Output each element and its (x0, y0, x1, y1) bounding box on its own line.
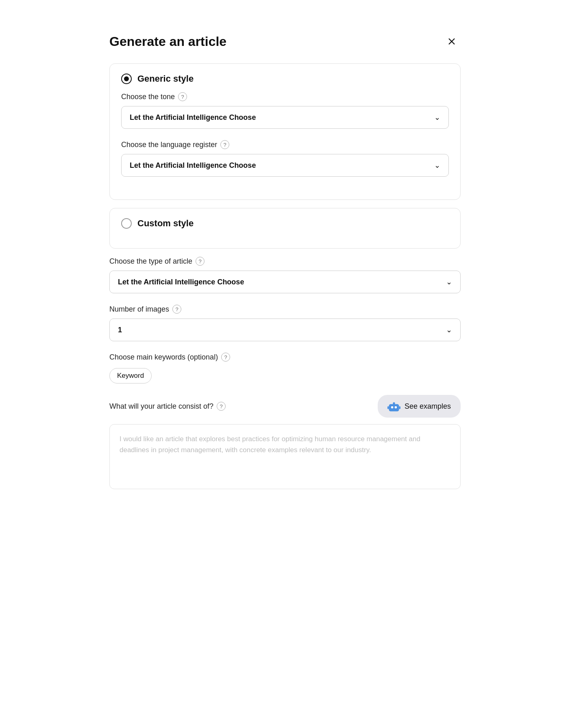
article-type-dropdown[interactable]: Let the Artificial Intelligence Choose ⌄ (109, 271, 461, 293)
article-consists-textarea[interactable] (109, 424, 461, 489)
language-register-chevron-icon: ⌄ (434, 161, 440, 170)
article-type-chevron-icon: ⌄ (446, 277, 452, 286)
generic-style-header: Generic style (121, 74, 449, 84)
article-type-dropdown-value: Let the Artificial Intelligence Choose (118, 278, 244, 286)
article-type-help-badge[interactable]: ? (196, 257, 205, 266)
tone-chevron-icon: ⌄ (434, 113, 440, 122)
number-of-images-section: Number of images ? 1 ⌄ (109, 305, 461, 341)
language-register-dropdown[interactable]: Let the Artificial Intelligence Choose ⌄ (121, 154, 449, 177)
article-consists-section: What will your article consist of? ? See… (109, 395, 461, 491)
article-consists-label: What will your article consist of? (109, 402, 213, 411)
svg-rect-4 (395, 406, 397, 408)
article-consists-help-badge[interactable]: ? (217, 402, 226, 411)
custom-style-card: Custom style (109, 208, 461, 249)
language-register-help-badge[interactable]: ? (220, 140, 229, 149)
robot-icon (387, 400, 400, 413)
modal-title: Generate an article (109, 34, 226, 49)
custom-style-label: Custom style (137, 218, 194, 229)
keyword-value: Keyword (117, 372, 144, 380)
article-consists-label-row: What will your article consist of? ? (109, 402, 226, 411)
see-examples-label: See examples (405, 402, 451, 411)
main-keywords-label-row: Choose main keywords (optional) ? (109, 353, 461, 362)
tone-label-row: Choose the tone ? (121, 92, 449, 101)
article-type-section: Choose the type of article ? Let the Art… (109, 257, 461, 293)
language-register-dropdown-value: Let the Artificial Intelligence Choose (130, 161, 256, 170)
custom-style-radio[interactable] (121, 218, 132, 229)
number-of-images-dropdown[interactable]: 1 ⌄ (109, 318, 461, 341)
number-of-images-dropdown-value: 1 (118, 326, 122, 334)
tone-help-badge[interactable]: ? (178, 92, 187, 101)
language-register-section: Choose the language register ? Let the A… (121, 140, 449, 177)
number-of-images-label: Number of images (109, 305, 169, 314)
language-register-label: Choose the language register (121, 141, 217, 149)
tone-section: Choose the tone ? Let the Artificial Int… (121, 92, 449, 129)
close-icon (446, 36, 457, 47)
number-of-images-help-badge[interactable]: ? (172, 305, 181, 314)
generate-article-modal: Generate an article Generic style Choose… (90, 16, 480, 522)
svg-rect-3 (391, 406, 393, 408)
language-register-label-row: Choose the language register ? (121, 140, 449, 149)
generic-style-radio[interactable] (121, 74, 132, 84)
svg-rect-8 (399, 406, 400, 409)
generic-style-card: Generic style Choose the tone ? Let the … (109, 63, 461, 200)
generic-style-radio-inner (124, 76, 129, 81)
tone-dropdown-value: Let the Artificial Intelligence Choose (130, 113, 256, 122)
see-examples-button[interactable]: See examples (378, 395, 461, 418)
main-keywords-help-badge[interactable]: ? (221, 353, 230, 362)
svg-rect-2 (389, 404, 399, 412)
modal-header: Generate an article (109, 32, 461, 50)
number-of-images-label-row: Number of images ? (109, 305, 461, 314)
number-of-images-chevron-icon: ⌄ (446, 325, 452, 334)
main-keywords-section: Choose main keywords (optional) ? Keywor… (109, 353, 461, 384)
tone-label: Choose the tone (121, 93, 175, 101)
article-consists-header: What will your article consist of? ? See… (109, 395, 461, 418)
custom-style-header: Custom style (121, 218, 449, 229)
generic-style-label: Generic style (137, 74, 194, 84)
close-button[interactable] (443, 32, 461, 50)
main-keywords-label: Choose main keywords (optional) (109, 353, 218, 362)
article-type-label: Choose the type of article (109, 257, 192, 266)
svg-rect-7 (387, 406, 389, 409)
keyword-tag[interactable]: Keyword (109, 368, 152, 384)
tone-dropdown[interactable]: Let the Artificial Intelligence Choose ⌄ (121, 106, 449, 129)
article-type-label-row: Choose the type of article ? (109, 257, 461, 266)
